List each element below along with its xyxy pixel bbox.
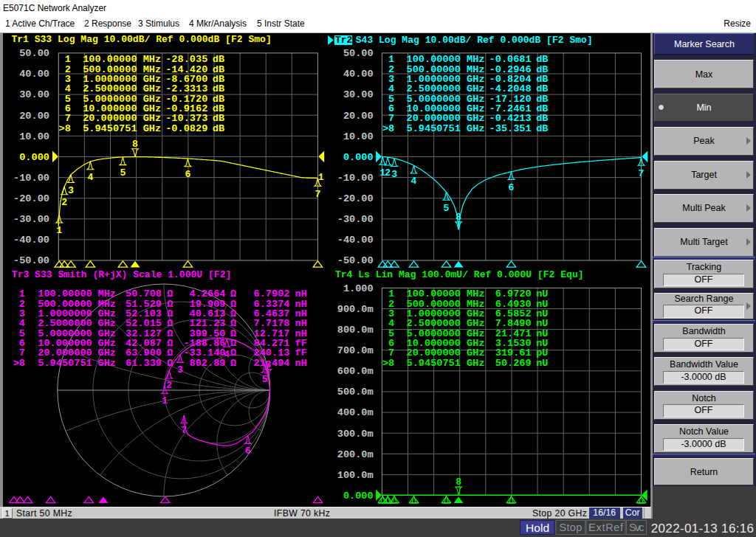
svg-text:20.00: 20.00 xyxy=(343,111,374,122)
svg-text:-20.00: -20.00 xyxy=(337,193,374,204)
svg-text:802.89: 802.89 xyxy=(190,358,226,369)
svg-text:0.000: 0.000 xyxy=(19,152,49,163)
svg-text:8: 8 xyxy=(456,212,461,223)
svg-text:20.00: 20.00 xyxy=(19,111,49,122)
svg-text:10.00: 10.00 xyxy=(343,131,374,142)
svg-text:-35.351: -35.351 xyxy=(489,123,532,134)
svg-text:-40.00: -40.00 xyxy=(337,235,374,246)
svg-text:5: 5 xyxy=(444,203,450,214)
svg-text:-30.00: -30.00 xyxy=(337,214,374,225)
svg-text:GHz: GHz xyxy=(98,358,116,369)
svg-text:5: 5 xyxy=(120,167,126,179)
svg-text:0.000: 0.000 xyxy=(343,491,374,502)
svg-text:7: 7 xyxy=(181,425,187,436)
svg-text:100.0m: 100.0m xyxy=(337,470,374,481)
svg-text:nH: nH xyxy=(295,358,307,369)
svg-text:-40.00: -40.00 xyxy=(13,235,49,246)
svg-text:50.269: 50.269 xyxy=(495,358,532,369)
svg-text:Svc: Svc xyxy=(629,522,645,533)
svg-text:Stop: Stop xyxy=(560,522,583,533)
svg-text:dB: dB xyxy=(213,123,224,134)
svg-text:900.0m: 900.0m xyxy=(337,304,374,315)
svg-text:300.0m: 300.0m xyxy=(337,429,374,440)
svg-text:1: 1 xyxy=(162,395,168,406)
svg-text:40.00: 40.00 xyxy=(19,69,49,80)
svg-text:-0.0829: -0.0829 xyxy=(165,123,207,134)
svg-text:800.0m: 800.0m xyxy=(337,325,374,336)
svg-text:Hold: Hold xyxy=(526,522,549,534)
svg-text:3: 3 xyxy=(391,169,397,180)
svg-text:4: 4 xyxy=(87,172,93,183)
svg-text:2: 2 xyxy=(385,167,391,179)
svg-text:Tr1 S33 Log Mag 10.00dB/ Ref 0: Tr1 S33 Log Mag 10.00dB/ Ref 0.000dB [F2… xyxy=(11,34,271,45)
svg-text:8: 8 xyxy=(132,139,138,150)
svg-text:-50.00: -50.00 xyxy=(337,255,374,266)
svg-text:21.494: 21.494 xyxy=(254,358,290,369)
svg-text:10.00: 10.00 xyxy=(19,131,49,142)
svg-text:40.00: 40.00 xyxy=(343,69,374,80)
svg-text:ExtRef: ExtRef xyxy=(588,522,624,533)
svg-text:2: 2 xyxy=(61,197,67,208)
svg-text:600.0m: 600.0m xyxy=(337,366,374,377)
svg-text:>8 5.9450751 GHz: >8 5.9450751 GHz xyxy=(382,123,485,134)
svg-text:-20.00: -20.00 xyxy=(13,193,49,204)
svg-text:dB: dB xyxy=(536,123,548,134)
svg-text:0.000: 0.000 xyxy=(343,152,374,163)
svg-text:-10.00: -10.00 xyxy=(337,173,374,184)
svg-text:-10.00: -10.00 xyxy=(13,173,49,184)
svg-text:8: 8 xyxy=(456,477,461,488)
svg-text:3: 3 xyxy=(68,185,74,196)
svg-text:500.0m: 500.0m xyxy=(337,387,374,398)
svg-text:>8 5.9450751 GHz: >8 5.9450751 GHz xyxy=(59,123,162,134)
svg-text:700.0m: 700.0m xyxy=(337,345,374,356)
svg-text:4: 4 xyxy=(411,176,417,187)
svg-text:50.00: 50.00 xyxy=(343,48,374,59)
svg-text:6: 6 xyxy=(245,446,251,457)
svg-text:5: 5 xyxy=(262,374,268,385)
svg-text:7: 7 xyxy=(639,168,645,179)
svg-text:61.339: 61.339 xyxy=(126,358,162,369)
svg-text:-30.00: -30.00 xyxy=(13,214,49,225)
svg-text:Ω: Ω xyxy=(167,358,173,369)
svg-text:400.0m: 400.0m xyxy=(337,407,374,418)
svg-text:30.00: 30.00 xyxy=(343,89,374,100)
svg-text:200.0m: 200.0m xyxy=(337,449,374,460)
svg-text:1: 1 xyxy=(56,225,62,236)
svg-text:>8: >8 xyxy=(13,358,25,369)
svg-text:Ω: Ω xyxy=(230,358,236,369)
svg-text:-50.00: -50.00 xyxy=(13,255,49,266)
svg-text:2: 2 xyxy=(166,380,172,391)
svg-text:3: 3 xyxy=(177,364,183,375)
svg-text:30.00: 30.00 xyxy=(19,89,49,100)
svg-text:1.000: 1.000 xyxy=(343,283,374,294)
svg-text:S43 Log Mag 10.00dB/ Ref 0.000: S43 Log Mag 10.00dB/ Ref 0.000dB [F2 Smo… xyxy=(350,35,593,46)
svg-text:Tr4 Ls Lin Mag 100.0mU/ Ref 0.: Tr4 Ls Lin Mag 100.0mU/ Ref 0.000U [F2 E… xyxy=(335,269,584,280)
svg-text:50.00: 50.00 xyxy=(19,48,49,59)
svg-text:7: 7 xyxy=(315,189,320,200)
svg-text:6: 6 xyxy=(185,169,190,180)
svg-text:1: 1 xyxy=(318,172,324,183)
svg-text:nU: nU xyxy=(536,358,548,369)
svg-text:6: 6 xyxy=(509,182,515,193)
svg-text:5.9450751: 5.9450751 xyxy=(38,358,92,369)
svg-text:>8 5.9450751 GHz: >8 5.9450751 GHz xyxy=(382,358,485,369)
svg-text:2022-01-13 16:16: 2022-01-13 16:16 xyxy=(651,522,754,536)
svg-text:Tr3 S33 Smith (R+jX) Scale 1.0: Tr3 S33 Smith (R+jX) Scale 1.000U [F2] xyxy=(12,269,232,280)
